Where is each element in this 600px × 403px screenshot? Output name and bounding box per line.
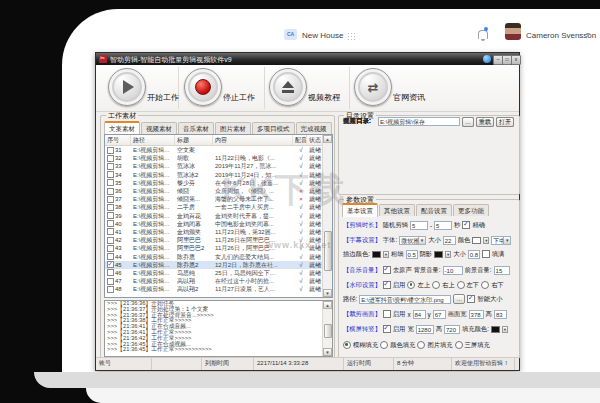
notification-bell-icon[interactable] [478, 30, 488, 39]
pos-bottomleft-radio[interactable] [457, 281, 465, 289]
smart-size-checkbox[interactable] [467, 295, 475, 303]
open-button[interactable]: 打开 [496, 117, 514, 127]
scroll-up-icon[interactable]: ▲ [323, 301, 332, 309]
row-checkbox[interactable] [107, 179, 114, 186]
fg-volume-input[interactable]: 15 [494, 266, 510, 275]
row-checkbox[interactable]: ✓ [107, 261, 114, 268]
param-tab[interactable]: 其他设置 [379, 204, 415, 216]
fill-checkbox[interactable] [482, 250, 490, 258]
row-checkbox[interactable] [107, 155, 114, 162]
table-row[interactable]: 41 E:\视频剪辑... 金鸡颁奖 11月23日晚，第32届... √ 就绪 [105, 228, 332, 236]
work-tab[interactable]: 完成视频 [296, 122, 332, 134]
convert-width-input[interactable]: 1280 [416, 325, 434, 334]
table-row[interactable]: 39 E:\视频剪辑... 金鸡百花 金鸡奖时代开幕，提... √ 就绪 [105, 212, 332, 220]
crop-x-input[interactable]: 84 [413, 310, 426, 319]
stroke-color-swatch[interactable] [372, 251, 381, 258]
stroke-width-input[interactable]: 0.5 [406, 250, 418, 259]
param-tab[interactable]: 更多功能 [453, 204, 489, 216]
row-checkbox[interactable] [107, 269, 114, 276]
directory-input[interactable]: E:\视频剪辑\保存 [378, 117, 460, 126]
close-button[interactable]: x [511, 55, 521, 65]
watermark-enable-checkbox[interactable] [383, 281, 391, 289]
log-scrollbar[interactable]: ▲ ▼ [322, 301, 332, 356]
table-header-cell[interactable]: 内容 [213, 135, 293, 145]
shadow-color-dropdown-icon[interactable]: ▾ [445, 251, 451, 258]
table-row[interactable]: 36 E:\视频剪辑... 倾囧 众所周知，《倾囧》... × 就绪 [105, 187, 332, 195]
crop-enable-checkbox[interactable] [383, 310, 391, 318]
row-checkbox[interactable] [107, 147, 114, 154]
row-checkbox[interactable] [107, 171, 114, 178]
clip-min-input[interactable]: 5 [410, 221, 428, 230]
table-row[interactable]: 38 E:\视频剪辑... 二手房 一套二手房中人买房... √ 就绪 [105, 203, 332, 211]
row-checkbox[interactable] [107, 253, 114, 260]
work-tab[interactable]: 音乐素材 [178, 122, 214, 134]
avatar[interactable] [505, 23, 521, 40]
blur-fill-radio[interactable] [343, 341, 351, 349]
scrollbar-thumb[interactable] [324, 231, 332, 271]
official-news-button[interactable]: ⇄ [354, 68, 392, 106]
fill-color-swatch[interactable] [491, 326, 500, 333]
table-row[interactable]: 40 E:\视频剪辑... 金鸡闭幕 中国电影金鸡奖闭幕... √ 就绪 [105, 220, 332, 228]
apps-grid-icon[interactable] [347, 32, 355, 40]
video-tutorial-button[interactable] [269, 68, 307, 106]
image-fill-radio[interactable] [417, 341, 425, 349]
table-row[interactable]: 35 E:\视频剪辑... 黎少芬 在今年6月28日，张嘉... √ 就绪 [105, 179, 332, 187]
fill-color-dropdown-icon[interactable]: ▾ [502, 326, 508, 333]
browse-button[interactable]: ... [462, 117, 474, 127]
row-checkbox[interactable] [107, 220, 114, 227]
table-row[interactable]: 44 E:\视频剪辑... 陈乔恩 女儿们的恋爱大结局... √ 就绪 [105, 252, 332, 260]
table-scrollbar[interactable]: ▲ ▼ [322, 135, 332, 297]
log-box[interactable]: >>>【21:36:36】开始任务>>>【21:36:37】开始处理第：1 个文… [104, 300, 333, 357]
row-checkbox[interactable] [107, 204, 114, 211]
pos-topright-radio[interactable] [432, 281, 440, 289]
pos-topleft-radio[interactable] [407, 281, 415, 289]
crop-y-input[interactable]: 67 [433, 310, 446, 319]
table-row[interactable]: 48 E:\视频剪辑... 高以翔2 11月27日凌晨，艺人... √ 就绪 [105, 285, 332, 293]
stroke-color-dropdown-icon[interactable]: ▾ [383, 251, 389, 258]
clip-max-input[interactable]: 5 [434, 221, 452, 230]
mute-original-checkbox[interactable] [383, 266, 391, 274]
row-checkbox[interactable] [107, 212, 114, 219]
table-row[interactable]: ✓ 45 E:\视频剪辑... 陈乔恩2 12月2日，陈乔恩在社... √ 就绪 [105, 261, 332, 269]
table-row[interactable]: 33 E:\视频剪辑... 范冰冰 2019年11月27，范冰... √ 就绪 [105, 162, 332, 170]
stop-work-button[interactable] [184, 68, 222, 106]
table-row[interactable]: 43 E:\视频剪辑... 阿里巴巴2 11月26日，阿里巴巴... √ 就绪 [105, 244, 332, 252]
shadow-size-input[interactable]: 0.8 [468, 250, 480, 259]
bg-volume-input[interactable]: -10 [443, 266, 463, 275]
table-header-cell[interactable]: 配音 [293, 135, 307, 145]
watermark-path-input[interactable]: E:\进军抖音\资料\镂空水印.png [359, 295, 451, 304]
table-row[interactable]: 47 E:\视频剪辑... 高以翔 在经过这十小时的抢... √ 就绪 [105, 277, 332, 285]
accurate-checkbox[interactable] [462, 221, 470, 229]
row-checkbox[interactable] [107, 237, 114, 244]
work-tab[interactable]: 视频素材 [141, 122, 177, 134]
crop-height-input[interactable]: 83 [494, 310, 507, 319]
row-checkbox[interactable] [107, 163, 114, 170]
param-tab[interactable]: 配音设置 [416, 204, 452, 216]
work-tab[interactable]: 多项目模式 [252, 122, 295, 134]
crop-width-input[interactable]: 378 [469, 310, 484, 319]
scroll-up-icon[interactable]: ▲ [323, 135, 332, 143]
help-icon[interactable] [483, 55, 491, 63]
table-header-cell[interactable]: 序号 [105, 135, 131, 145]
row-checkbox[interactable] [107, 188, 114, 195]
title-bar[interactable]: 智动剪辑-智能自动批量剪辑视频软件v9 – □ x [96, 53, 519, 65]
pos-bottomright-radio[interactable] [481, 281, 489, 289]
color-fill-radio[interactable] [380, 341, 388, 349]
convert-enable-checkbox[interactable] [383, 325, 391, 333]
row-checkbox[interactable] [107, 278, 114, 285]
chevron-down-icon[interactable]: ▾ [586, 30, 590, 39]
row-checkbox[interactable] [107, 196, 114, 203]
scroll-down-icon[interactable]: ▼ [323, 289, 332, 297]
scroll-down-icon[interactable]: ▼ [323, 348, 332, 356]
triple-fill-radio[interactable] [455, 341, 463, 349]
table-row[interactable]: 32 E:\视频剪辑... 胡歌 11月22日晚，电影《... √ 就绪 [105, 154, 332, 162]
table-row[interactable]: 37 E:\视频剪辑... 倾囧第... 海蟹的父母来工作了... × 就绪 [105, 195, 332, 203]
table-row[interactable]: 34 E:\视频剪辑... 范冰冰2 2019年11月24日，知... √ 就绪 [105, 171, 332, 179]
font-color-dropdown-icon[interactable]: ▾ [483, 237, 489, 244]
table-header-cell[interactable]: 标题 [175, 135, 213, 145]
row-checkbox[interactable] [107, 245, 114, 252]
reload-button[interactable]: 重载 [476, 117, 494, 127]
watermark-browse-button[interactable]: ... [453, 294, 465, 304]
table-row[interactable]: 42 E:\视频剪辑... 阿里巴巴 11月26日在阿里巴巴... √ 就绪 [105, 236, 332, 244]
font-select[interactable]: 微软雅 [399, 236, 426, 245]
